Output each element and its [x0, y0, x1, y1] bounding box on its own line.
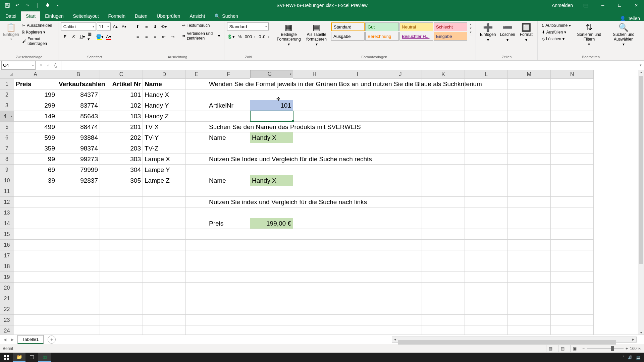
cell-G2[interactable]: [250, 89, 293, 100]
cell-M19[interactable]: [508, 272, 551, 283]
cell-A10[interactable]: 39: [14, 175, 57, 186]
cell-C9[interactable]: 304: [100, 165, 143, 175]
cell-F10[interactable]: Name: [207, 175, 250, 186]
cell-N15[interactable]: [551, 229, 594, 240]
cut-button[interactable]: ✂Ausschneiden: [21, 22, 55, 28]
cell-F1[interactable]: Wenden Sie die Formel jeweils in der Grü…: [207, 79, 250, 89]
cell-H13[interactable]: [293, 207, 336, 218]
cell-F20[interactable]: [207, 283, 250, 293]
cell-M4[interactable]: [508, 111, 551, 122]
cell-I18[interactable]: [336, 261, 379, 272]
cell-I5[interactable]: [336, 122, 379, 132]
cell-G8[interactable]: [250, 154, 293, 165]
find-select-button[interactable]: 🔍Suchen und Auswählen▾: [606, 22, 641, 47]
style-calc[interactable]: Berechnung: [365, 32, 399, 41]
cell-I20[interactable]: [336, 283, 379, 293]
task-app[interactable]: 🗔: [25, 353, 38, 362]
select-all-corner[interactable]: [0, 70, 14, 79]
cell-E1[interactable]: [186, 79, 207, 89]
cell-G11[interactable]: [250, 186, 293, 197]
cell-C8[interactable]: 303: [100, 154, 143, 165]
style-scroll-down[interactable]: ▾: [470, 26, 472, 30]
align-right-button[interactable]: ≡: [151, 33, 159, 41]
cell-J17[interactable]: [379, 250, 422, 261]
task-explorer[interactable]: 📁: [13, 353, 25, 362]
cell-B4[interactable]: 85643: [57, 111, 100, 122]
save-button[interactable]: [3, 1, 12, 10]
currency-button[interactable]: 💲▾: [227, 33, 235, 41]
cancel-formula-button[interactable]: ✕: [38, 63, 44, 68]
cell-I19[interactable]: [336, 272, 379, 283]
cell-M14[interactable]: [508, 218, 551, 229]
cell-M7[interactable]: [508, 143, 551, 154]
align-top-button[interactable]: ⬆: [134, 22, 142, 31]
sheet-tab[interactable]: Tabelle1: [17, 335, 44, 344]
font-name-select[interactable]: Calibri: [61, 22, 96, 31]
maximize-button[interactable]: ☐: [612, 0, 627, 11]
cell-G15[interactable]: [250, 229, 293, 240]
cell-H22[interactable]: [293, 304, 336, 315]
cell-B14[interactable]: [57, 218, 100, 229]
cell-I2[interactable]: [336, 89, 379, 100]
cell-L24[interactable]: [465, 325, 508, 335]
cell-E24[interactable]: [186, 325, 207, 335]
cell-I12[interactable]: [336, 197, 379, 207]
cell-M11[interactable]: [508, 186, 551, 197]
cell-H23[interactable]: [293, 315, 336, 325]
cell-F16[interactable]: [207, 240, 250, 250]
cell-D19[interactable]: [143, 272, 186, 283]
row-header-4[interactable]: 4: [0, 111, 14, 122]
cell-H19[interactable]: [293, 272, 336, 283]
cell-J23[interactable]: [379, 315, 422, 325]
column-header-H[interactable]: H: [293, 70, 336, 79]
cell-G17[interactable]: [250, 250, 293, 261]
ribbon-display-button[interactable]: [578, 0, 594, 11]
cell-C3[interactable]: 102: [100, 100, 143, 111]
cell-K6[interactable]: [422, 132, 465, 143]
cell-D20[interactable]: [143, 283, 186, 293]
cell-D17[interactable]: [143, 250, 186, 261]
cell-C23[interactable]: [100, 315, 143, 325]
comma-button[interactable]: 000: [245, 33, 253, 41]
cell-L3[interactable]: [465, 100, 508, 111]
cell-N16[interactable]: [551, 240, 594, 250]
cell-B16[interactable]: [57, 240, 100, 250]
cell-K2[interactable]: [422, 89, 465, 100]
tab-search[interactable]: 🔍Suchen: [210, 11, 243, 21]
cell-D15[interactable]: [143, 229, 186, 240]
cell-L13[interactable]: [465, 207, 508, 218]
cell-F4[interactable]: [207, 111, 250, 122]
cell-F5[interactable]: Suchen Sie den Namen des Produkts mit SV…: [207, 122, 250, 132]
cell-J14[interactable]: [379, 218, 422, 229]
format-cells-button[interactable]: 🔲Format▾: [518, 22, 535, 43]
cell-C22[interactable]: [100, 304, 143, 315]
tab-insert[interactable]: Einfügen: [40, 11, 68, 21]
cell-M13[interactable]: [508, 207, 551, 218]
cell-M17[interactable]: [508, 250, 551, 261]
cell-L2[interactable]: [465, 89, 508, 100]
cell-D21[interactable]: [143, 293, 186, 304]
cell-A20[interactable]: [14, 283, 57, 293]
cell-D7[interactable]: TV-Z: [143, 143, 186, 154]
cell-G18[interactable]: [250, 261, 293, 272]
undo-button[interactable]: ↶: [13, 1, 22, 10]
style-standard[interactable]: Standard: [331, 22, 365, 31]
cell-D24[interactable]: [143, 325, 186, 335]
cell-H14[interactable]: [293, 218, 336, 229]
cell-I22[interactable]: [336, 304, 379, 315]
cell-K18[interactable]: [422, 261, 465, 272]
zoom-slider[interactable]: [587, 348, 624, 349]
decrease-decimal-button[interactable]: .0→: [262, 33, 270, 41]
cell-D4[interactable]: Handy Z: [143, 111, 186, 122]
add-sheet-button[interactable]: +: [48, 336, 56, 344]
cell-N18[interactable]: [551, 261, 594, 272]
cell-D1[interactable]: Name: [143, 79, 186, 89]
cell-E13[interactable]: [186, 207, 207, 218]
align-bottom-button[interactable]: ⬇: [151, 22, 159, 31]
column-header-N[interactable]: N: [551, 70, 594, 79]
cell-B22[interactable]: [57, 304, 100, 315]
cell-B19[interactable]: [57, 272, 100, 283]
cell-B24[interactable]: [57, 325, 100, 335]
cell-I14[interactable]: [336, 218, 379, 229]
cell-K8[interactable]: [422, 154, 465, 165]
